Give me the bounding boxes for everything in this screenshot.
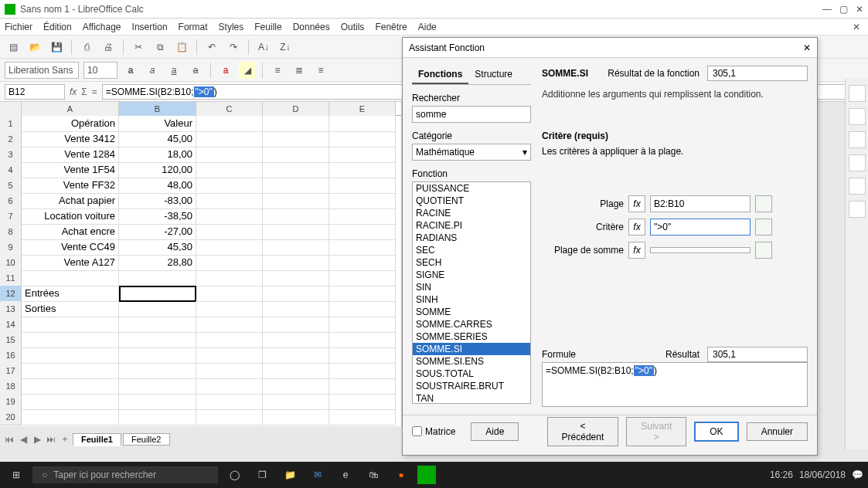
cell[interactable] <box>263 208 329 225</box>
cell[interactable] <box>196 178 263 194</box>
function-item[interactable]: SIN <box>413 281 530 293</box>
font-size-dropdown[interactable]: 10 <box>83 62 117 79</box>
function-item[interactable]: SEC <box>413 244 530 256</box>
cell[interactable] <box>119 409 196 425</box>
calc-taskbar-icon[interactable] <box>417 466 436 484</box>
cell[interactable] <box>119 317 196 333</box>
cell[interactable] <box>119 270 196 286</box>
cell[interactable] <box>22 332 119 348</box>
cell[interactable] <box>329 301 396 317</box>
explorer-icon[interactable]: 📁 <box>278 463 301 486</box>
fx-button-plage[interactable]: fx <box>628 195 645 212</box>
menu-aide[interactable]: Aide <box>418 22 437 32</box>
cell[interactable] <box>263 270 329 286</box>
gallery-icon[interactable] <box>849 154 866 171</box>
ok-button[interactable]: OK <box>694 422 738 442</box>
cell[interactable]: -83,00 <box>119 193 196 209</box>
cell[interactable]: Valeur <box>119 116 196 132</box>
cut-icon[interactable]: ✂ <box>130 39 147 56</box>
cell[interactable]: Opération <box>22 116 119 132</box>
sort-desc-icon[interactable]: Z↓ <box>277 39 294 56</box>
cell[interactable] <box>263 301 329 317</box>
cell[interactable] <box>22 409 119 425</box>
col-header-e[interactable]: E <box>329 102 396 116</box>
redo-icon[interactable]: ↷ <box>225 39 242 56</box>
cell[interactable]: Sorties <box>22 301 119 317</box>
cell[interactable] <box>196 255 263 271</box>
last-sheet-icon[interactable]: ⏭ <box>45 434 57 445</box>
cell[interactable] <box>263 363 329 379</box>
function-item[interactable]: RACINE <box>413 207 530 219</box>
row-header[interactable]: 1 <box>0 116 22 132</box>
search-input[interactable]: somme <box>412 106 531 123</box>
paste-icon[interactable]: 📋 <box>173 39 190 56</box>
cell[interactable] <box>196 301 263 317</box>
cell[interactable] <box>263 409 329 425</box>
select-all-corner[interactable] <box>0 102 22 116</box>
row-header[interactable]: 15 <box>0 332 22 348</box>
function-item[interactable]: PUISSANCE <box>413 182 530 195</box>
strike-icon[interactable]: a <box>187 62 204 79</box>
function-item[interactable]: TAN <box>413 392 530 404</box>
new-icon[interactable]: ▤ <box>5 39 22 56</box>
underline-icon[interactable]: a <box>165 62 182 79</box>
cell[interactable] <box>329 147 396 163</box>
cell[interactable]: Location voiture <box>22 208 119 225</box>
font-color-icon[interactable]: a <box>217 62 234 79</box>
help-button[interactable]: Aide <box>471 422 519 441</box>
menu-fichier[interactable]: Fichier <box>5 22 32 32</box>
cell[interactable] <box>329 317 396 333</box>
system-tray[interactable]: 16:26 18/06/2018 💬 <box>770 469 863 480</box>
firefox-icon[interactable]: ● <box>390 463 413 486</box>
prev-sheet-icon[interactable]: ◀ <box>17 434 29 445</box>
functions-icon[interactable] <box>849 201 866 218</box>
cell[interactable] <box>329 270 396 286</box>
spreadsheet-grid[interactable]: A B C D E 1OpérationValeur2Vente 341245,… <box>0 102 402 426</box>
cell[interactable] <box>196 332 263 348</box>
cell[interactable] <box>196 378 263 395</box>
cell[interactable] <box>196 131 263 147</box>
shrink-button-plage[interactable] <box>755 195 772 212</box>
cell[interactable] <box>329 239 396 256</box>
cell[interactable] <box>329 162 396 178</box>
cell[interactable] <box>263 286 329 302</box>
cell[interactable] <box>196 347 263 364</box>
cell[interactable]: 28,80 <box>119 255 196 271</box>
font-name-dropdown[interactable]: Liberation Sans <box>5 62 79 79</box>
cell[interactable] <box>329 255 396 271</box>
function-item[interactable]: SECH <box>413 256 530 269</box>
row-header[interactable]: 14 <box>0 317 22 333</box>
cell[interactable] <box>263 131 329 147</box>
cell[interactable]: Vente 1284 <box>22 147 119 163</box>
function-item[interactable]: SOMME.CARRES <box>413 318 530 330</box>
cell[interactable] <box>196 224 263 240</box>
cell[interactable] <box>329 178 396 194</box>
col-header-c[interactable]: C <box>196 102 263 116</box>
function-item[interactable]: SOMME.SERIES <box>413 330 530 343</box>
col-header-b[interactable]: B <box>119 102 196 116</box>
taskbar-search[interactable]: ○ Taper ici pour rechercher <box>32 466 218 483</box>
cell[interactable] <box>263 347 329 364</box>
cell[interactable] <box>119 394 196 410</box>
fx-button-critere[interactable]: fx <box>628 219 645 236</box>
category-dropdown[interactable]: Mathématique ▾ <box>412 144 531 161</box>
param-plage-input[interactable]: B2:B10 <box>650 195 751 212</box>
cell[interactable] <box>22 317 119 333</box>
menu-fenetre[interactable]: Fenêtre <box>375 22 407 32</box>
cell[interactable] <box>329 378 396 395</box>
row-header[interactable]: 3 <box>0 147 22 163</box>
row-header[interactable]: 11 <box>0 270 22 286</box>
cell[interactable] <box>263 332 329 348</box>
cell[interactable]: Vente FF32 <box>22 178 119 194</box>
menu-feuille[interactable]: Feuille <box>254 22 281 32</box>
cell[interactable] <box>119 301 196 317</box>
cell[interactable] <box>263 255 329 271</box>
sheet-tab-1[interactable]: Feuille1 <box>73 433 121 446</box>
function-item[interactable]: QUOTIENT <box>413 195 530 207</box>
row-header[interactable]: 9 <box>0 239 22 256</box>
function-item[interactable]: RACINE.PI <box>413 219 530 232</box>
cell[interactable] <box>119 378 196 395</box>
cell[interactable]: Vente CC49 <box>22 239 119 256</box>
bg-color-icon[interactable]: ◢ <box>239 62 256 79</box>
next-sheet-icon[interactable]: ▶ <box>31 434 43 445</box>
